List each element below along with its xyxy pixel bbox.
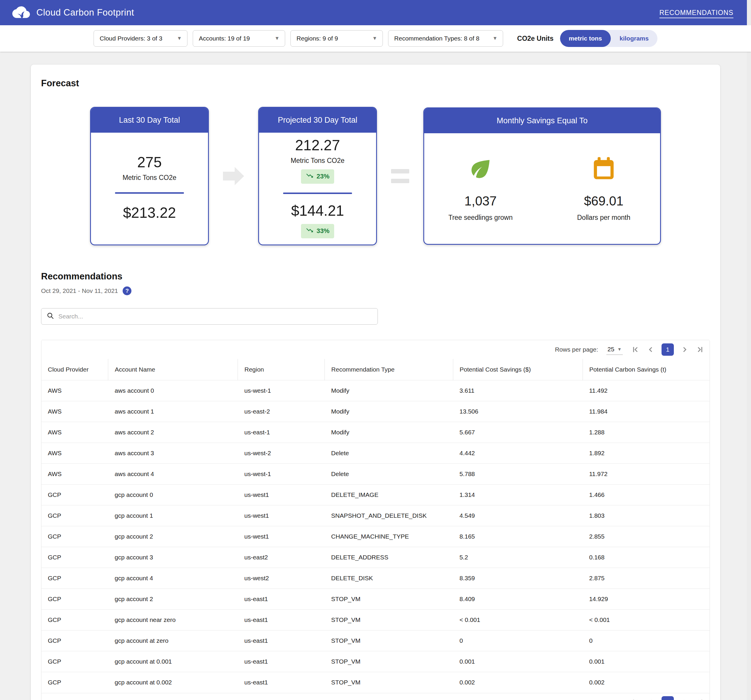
- table-cell: STOP_VM: [325, 589, 453, 610]
- table-cell: GCP: [41, 485, 108, 505]
- tree-seedlings-value: 1,037: [464, 194, 497, 208]
- table-cell: GCP: [41, 547, 108, 568]
- table-cell: aws account 4: [108, 464, 238, 485]
- table-cell: 8.165: [453, 526, 583, 547]
- table-cell: aws account 0: [108, 380, 238, 401]
- table-row[interactable]: GCPgcp account at 0.001us-east1STOP_VM0.…: [41, 651, 710, 672]
- table-cell: Modify: [325, 380, 453, 401]
- table-cell: 0: [453, 630, 583, 651]
- table-cell: 11.984: [583, 401, 710, 422]
- table-cell: 0.168: [583, 547, 710, 568]
- table-cell: us-west-1: [238, 464, 325, 485]
- recommendation-types-filter-dropdown[interactable]: Recommendation Types: 8 of 8 ▼: [388, 30, 503, 46]
- previous-page-button[interactable]: [646, 698, 655, 700]
- page-title: Cloud Carbon Footprint: [36, 7, 134, 18]
- table-row[interactable]: AWSaws account 2us-east-1Modify5.6671.28…: [41, 422, 710, 443]
- column-header-potential-cost-savings: Potential Cost Savings ($): [453, 359, 583, 380]
- regions-filter-dropdown[interactable]: Regions: 9 of 9 ▼: [291, 30, 383, 46]
- table-cell: gcp account near zero: [108, 610, 238, 630]
- table-cell: us-west1: [238, 526, 325, 547]
- kilograms-toggle-button[interactable]: kilograms: [611, 30, 657, 47]
- cloud-carbon-footprint-logo-icon: [12, 5, 30, 20]
- table-cell: 0.001: [453, 651, 583, 672]
- equals-icon: [391, 169, 409, 183]
- table-row[interactable]: GCPgcp account 1us-west1SNAPSHOT_AND_DEL…: [41, 505, 710, 526]
- rows-per-page-select[interactable]: 25 ▼: [606, 697, 623, 700]
- table-cell: gcp account 1: [108, 505, 238, 526]
- chevron-down-icon: ▼: [275, 36, 280, 41]
- main-content-card: Forecast Last 30 Day Total 275 Metric To…: [31, 65, 720, 700]
- table-cell: us-west1: [238, 485, 325, 505]
- search-input[interactable]: [59, 313, 372, 320]
- first-page-button[interactable]: [631, 345, 640, 354]
- forecast-title: Forecast: [41, 78, 710, 89]
- projected-30-day-total-card-title: Projected 30 Day Total: [259, 108, 376, 133]
- next-page-button[interactable]: [680, 698, 689, 700]
- last-page-button[interactable]: [695, 345, 705, 354]
- cloud-providers-filter-dropdown[interactable]: Cloud Providers: 3 of 3 ▼: [94, 30, 187, 46]
- table-row[interactable]: AWSaws account 1us-east-2Modify13.50611.…: [41, 401, 710, 422]
- card-divider: [283, 192, 352, 194]
- chevron-down-icon: ▼: [493, 36, 498, 41]
- table-cell: CHANGE_MACHINE_TYPE: [325, 526, 453, 547]
- cost-change-percent: 33%: [317, 227, 329, 235]
- table-cell: us-east1: [238, 589, 325, 610]
- dollars-per-month-value: $69.01: [584, 194, 624, 208]
- table-row[interactable]: GCPgcp account near zerous-east1STOP_VM<…: [41, 610, 710, 630]
- last-page-button[interactable]: [695, 698, 705, 700]
- table-row[interactable]: GCPgcp account 4us-west2DELETE_DISK8.359…: [41, 568, 710, 589]
- table-cell: GCP: [41, 630, 108, 651]
- table-cell: DELETE_DISK: [325, 568, 453, 589]
- table-cell: 0.002: [583, 672, 710, 693]
- scrollbar[interactable]: [747, 0, 751, 700]
- table-cell: 8.359: [453, 568, 583, 589]
- table-cell: GCP: [41, 610, 108, 630]
- table-cell: < 0.001: [583, 610, 710, 630]
- table-cell: 11.492: [583, 380, 710, 401]
- table-row[interactable]: AWSaws account 0us-west-1Modify3.61111.4…: [41, 380, 710, 401]
- table-row[interactable]: AWSaws account 4us-west-1Delete5.78811.9…: [41, 464, 710, 485]
- table-row[interactable]: GCPgcp account 3us-east2DELETE_ADDRESS5.…: [41, 547, 710, 568]
- recommendations-table: Cloud Provider Account Name Region Recom…: [41, 359, 710, 693]
- table-cell: AWS: [41, 401, 108, 422]
- table-cell: 4.442: [453, 443, 583, 464]
- table-cell: gcp account 4: [108, 568, 238, 589]
- trending-down-icon: [306, 172, 314, 181]
- table-row[interactable]: GCPgcp account 2us-west1CHANGE_MACHINE_T…: [41, 526, 710, 547]
- rows-per-page-value: 25: [607, 346, 614, 353]
- monthly-savings-card-title: Monthly Savings Equal To: [424, 108, 660, 133]
- co2e-change-badge: 23%: [301, 169, 334, 184]
- rows-per-page-label: Rows per page:: [555, 346, 598, 353]
- recommendations-section: Recommendations Oct 29, 2021 - Nov 11, 2…: [41, 271, 710, 700]
- rows-per-page-select[interactable]: 25 ▼: [606, 345, 623, 355]
- current-page-button[interactable]: 1: [661, 696, 674, 700]
- table-cell: AWS: [41, 380, 108, 401]
- table-row[interactable]: GCPgcp account 2us-east1STOP_VM8.40914.9…: [41, 589, 710, 610]
- table-cell: GCP: [41, 672, 108, 693]
- table-cell: STOP_VM: [325, 651, 453, 672]
- help-icon[interactable]: ?: [123, 287, 131, 295]
- table-row[interactable]: GCPgcp account 0us-west1DELETE_IMAGE1.31…: [41, 485, 710, 505]
- table-cell: 11.972: [583, 464, 710, 485]
- recommendations-table-container: Rows per page: 25 ▼ 1 Cloud Provid: [41, 340, 710, 700]
- table-cell: 1.892: [583, 443, 710, 464]
- table-cell: 4.549: [453, 505, 583, 526]
- table-row[interactable]: GCPgcp account at 0.002us-east1STOP_VM0.…: [41, 672, 710, 693]
- column-header-recommendation-type: Recommendation Type: [325, 359, 453, 380]
- table-cell: AWS: [41, 443, 108, 464]
- first-page-button[interactable]: [631, 698, 640, 700]
- table-cell: us-west-1: [238, 380, 325, 401]
- table-row[interactable]: AWSaws account 3us-west-2Delete4.4421.89…: [41, 443, 710, 464]
- table-body: AWSaws account 0us-west-1Modify3.61111.4…: [41, 380, 710, 693]
- table-row[interactable]: GCPgcp account at zerous-east1STOP_VM00: [41, 630, 710, 651]
- previous-page-button[interactable]: [646, 345, 655, 354]
- last-30-day-total-card: Last 30 Day Total 275 Metric Tons CO2e $…: [90, 107, 209, 245]
- metric-tons-toggle-button[interactable]: metric tons: [560, 30, 611, 47]
- current-page-button[interactable]: 1: [661, 344, 674, 356]
- accounts-filter-dropdown[interactable]: Accounts: 19 of 19 ▼: [193, 30, 285, 46]
- nav-recommendations-link[interactable]: RECOMMENDATIONS: [660, 9, 733, 17]
- column-header-cloud-provider: Cloud Provider: [41, 359, 108, 380]
- rows-per-page-value: 25: [607, 698, 614, 700]
- next-page-button[interactable]: [680, 345, 689, 354]
- recommendations-title: Recommendations: [41, 271, 710, 282]
